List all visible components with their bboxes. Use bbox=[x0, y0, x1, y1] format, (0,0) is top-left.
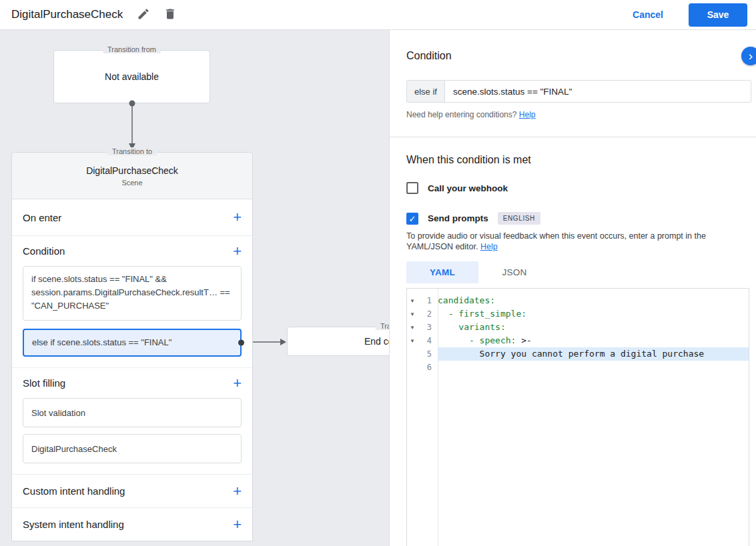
slot-item-digitalpurchasecheck-text: DigitalPurchaseCheck bbox=[31, 444, 117, 454]
add-custom-intent-button[interactable]: + bbox=[233, 484, 242, 499]
add-slot-button[interactable]: + bbox=[233, 376, 242, 391]
connector-down-arrow bbox=[126, 99, 138, 153]
code-text-2[interactable]: - first_simple: bbox=[438, 307, 749, 321]
code-line-4: ▼ 4 - speech: >- bbox=[407, 334, 749, 347]
gutter-5: 5 bbox=[407, 347, 438, 361]
fold-icon[interactable]: ▼ bbox=[407, 298, 418, 304]
condition-item-2-text: else if scene.slots.status == "FINAL" bbox=[32, 336, 171, 349]
code-text-6[interactable] bbox=[438, 361, 749, 374]
scene-card: Transition to DigitalPurchaseCheck Scene… bbox=[11, 152, 253, 541]
condition-item-1-text: if scene.slots.status == "FINAL" && sess… bbox=[31, 274, 230, 311]
slot-item-validation[interactable]: Slot validation bbox=[23, 398, 242, 427]
node-transition-from-badge: Transition from bbox=[103, 45, 161, 53]
condition-help-text: Need help entering conditions? bbox=[406, 110, 519, 119]
condition-help-line: Need help entering conditions? Help bbox=[406, 110, 535, 119]
save-button[interactable]: Save bbox=[689, 3, 747, 27]
condition-prefix-chip: else if bbox=[407, 81, 445, 102]
pencil-icon bbox=[137, 7, 150, 23]
condition-label: Condition bbox=[23, 245, 65, 257]
section-custom-intent[interactable]: Custom intent handling + bbox=[12, 474, 252, 507]
node-end-badge: Transition to bbox=[376, 322, 389, 330]
gutter-6: 6 bbox=[407, 361, 438, 374]
yaml-code-editor: ▼ 1 candidates: ▼ 2 - first_simple: ▼ 3 … bbox=[406, 288, 749, 546]
condition-help-link[interactable]: Help bbox=[519, 110, 536, 119]
scene-header: Transition to DigitalPurchaseCheck Scene bbox=[12, 153, 252, 199]
code-line-5: 5 Sorry you cannot perform a digital pur… bbox=[407, 347, 749, 361]
send-prompts-checkbox[interactable]: ✓ bbox=[406, 213, 418, 225]
node-transition-from-value: Not available bbox=[105, 71, 159, 82]
topbar: DigitalPurchaseCheck Cancel Save bbox=[0, 0, 756, 30]
section-slot-filling[interactable]: Slot filling + bbox=[12, 367, 252, 398]
section-condition[interactable]: Condition + bbox=[12, 235, 252, 266]
panel-divider bbox=[390, 137, 756, 137]
tab-json[interactable]: JSON bbox=[478, 261, 550, 283]
code-line-3: ▼ 3 variants: bbox=[407, 321, 749, 334]
check-icon: ✓ bbox=[409, 214, 416, 224]
code-line-1: ▼ 1 candidates: bbox=[407, 294, 749, 307]
condition-item-1[interactable]: if scene.slots.status == "FINAL" && sess… bbox=[23, 266, 242, 321]
scene-transition-badge: Transition to bbox=[107, 147, 157, 155]
page-title: DigitalPurchaseCheck bbox=[11, 8, 123, 21]
condition-expression-row: else if bbox=[406, 80, 751, 103]
fold-icon[interactable]: ▼ bbox=[407, 338, 418, 344]
condition-expression-input[interactable] bbox=[445, 81, 751, 102]
send-prompts-label: Send prompts bbox=[428, 213, 488, 223]
slot-list: Slot validation DigitalPurchaseCheck bbox=[12, 398, 252, 474]
condition-item-2-selected[interactable]: else if scene.slots.status == "FINAL" bbox=[23, 329, 242, 357]
tab-yaml[interactable]: YAML bbox=[406, 261, 478, 283]
condition-met-title: When this condition is met bbox=[406, 154, 531, 166]
prompts-hint-text: To provide audio or visual feedback when… bbox=[406, 231, 706, 251]
scene-subtitle: Scene bbox=[121, 179, 142, 187]
add-on-enter-button[interactable]: + bbox=[233, 210, 242, 225]
code-line-2: ▼ 2 - first_simple: bbox=[407, 307, 749, 321]
node-transition-from: Transition from Not available bbox=[53, 50, 210, 103]
slot-filling-label: Slot filling bbox=[23, 377, 65, 389]
flow-canvas: Transition from Not available Transition… bbox=[0, 30, 389, 546]
gutter-2: ▼ 2 bbox=[407, 307, 438, 321]
panel-title: Condition bbox=[406, 50, 452, 62]
edit-title-button[interactable] bbox=[132, 3, 155, 26]
section-on-enter[interactable]: On enter + bbox=[12, 199, 252, 235]
prompts-hint-help-link[interactable]: Help bbox=[480, 242, 498, 251]
code-line-6: 6 bbox=[407, 361, 749, 374]
fold-icon[interactable]: ▼ bbox=[407, 325, 418, 331]
webhook-row: Call your webhook bbox=[406, 182, 508, 194]
call-webhook-label: Call your webhook bbox=[428, 183, 508, 193]
call-webhook-checkbox[interactable] bbox=[406, 182, 418, 194]
language-badge: ENGLISH bbox=[498, 212, 540, 225]
code-rows: ▼ 1 candidates: ▼ 2 - first_simple: ▼ 3 … bbox=[407, 289, 749, 374]
code-text-3[interactable]: variants: bbox=[438, 321, 749, 334]
slot-item-digitalpurchasecheck[interactable]: DigitalPurchaseCheck bbox=[23, 434, 242, 463]
code-text-4[interactable]: - speech: >- bbox=[438, 334, 749, 347]
node-end-conversation[interactable]: Transition to End conversation bbox=[287, 327, 389, 356]
condition-list: if scene.slots.status == "FINAL" && sess… bbox=[12, 266, 252, 367]
collapse-panel-button[interactable]: › bbox=[741, 47, 756, 65]
on-enter-label: On enter bbox=[23, 212, 61, 223]
line-number: 6 bbox=[418, 363, 438, 372]
section-system-intent[interactable]: System intent handling + bbox=[12, 507, 252, 541]
add-condition-button[interactable]: + bbox=[233, 244, 242, 259]
condition-detail-panel: Condition › else if Need help entering c… bbox=[389, 30, 756, 546]
code-text-1[interactable]: candidates: bbox=[438, 294, 749, 307]
delete-scene-button[interactable] bbox=[159, 3, 181, 26]
chevron-right-icon: › bbox=[749, 49, 753, 63]
line-number: 1 bbox=[418, 296, 438, 305]
system-intent-label: System intent handling bbox=[23, 519, 124, 530]
node-end-title: End conversation bbox=[364, 336, 389, 347]
gutter-1: ▼ 1 bbox=[407, 294, 438, 307]
trash-icon bbox=[163, 7, 177, 23]
cancel-button[interactable]: Cancel bbox=[633, 9, 663, 20]
add-system-intent-button[interactable]: + bbox=[233, 517, 242, 532]
line-number: 3 bbox=[418, 323, 438, 332]
line-number: 2 bbox=[418, 309, 438, 319]
scene-title: DigitalPurchaseCheck bbox=[86, 165, 178, 176]
line-number: 4 bbox=[418, 336, 438, 345]
code-text-5-highlighted[interactable]: Sorry you cannot perform a digital purch… bbox=[438, 347, 749, 361]
editor-tabs: YAML JSON bbox=[406, 261, 550, 283]
connector-port-dot[interactable] bbox=[238, 340, 244, 346]
prompts-hint: To provide audio or visual feedback when… bbox=[406, 231, 743, 252]
custom-intent-label: Custom intent handling bbox=[23, 485, 125, 497]
slot-item-validation-text: Slot validation bbox=[31, 408, 85, 418]
fold-icon[interactable]: ▼ bbox=[407, 311, 418, 317]
send-prompts-row: ✓ Send prompts ENGLISH bbox=[406, 212, 540, 225]
